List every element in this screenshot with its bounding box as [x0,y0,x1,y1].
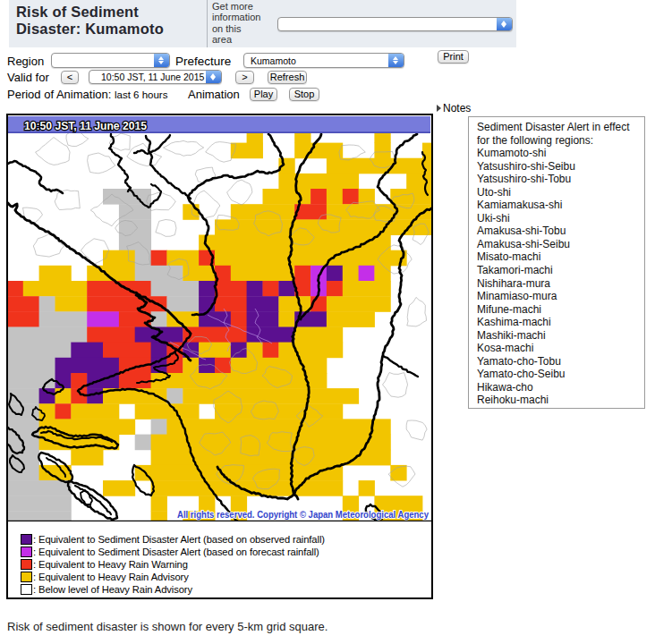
svg-text:10:50 JST, 11 June 2015: 10:50 JST, 11 June 2015 [24,120,147,132]
svg-text:All rights reserved. Copyright: All rights reserved. Copyright © Japan M… [177,509,429,520]
